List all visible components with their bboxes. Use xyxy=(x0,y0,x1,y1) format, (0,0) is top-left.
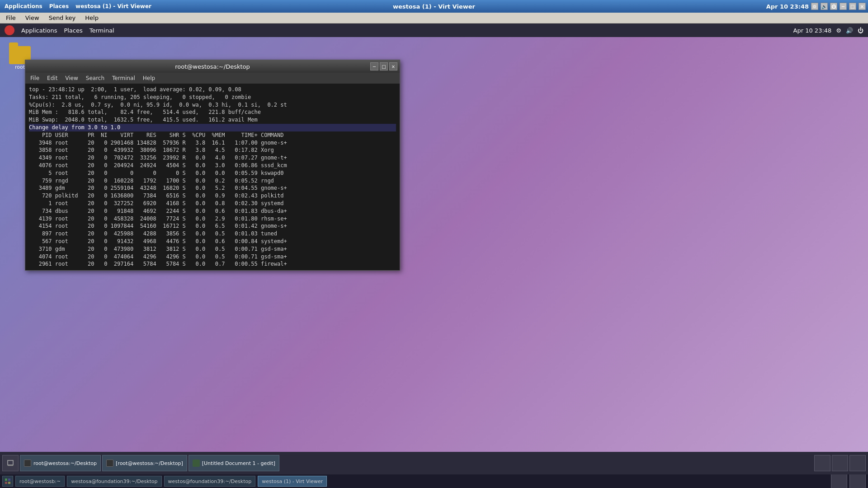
virt-viewer-title-bar: Applications Places westosa (1) - Virt V… xyxy=(0,0,868,13)
guest-empty-slot-1 xyxy=(814,455,830,471)
guest-terminal-menu[interactable]: Terminal xyxy=(90,27,114,34)
host-taskbar-item-4[interactable]: westosa (1) - Virt Viewer xyxy=(258,476,327,487)
gnome-icon xyxy=(5,25,14,35)
menu-file[interactable]: File xyxy=(2,14,19,22)
guest-places-menu[interactable]: Places xyxy=(64,27,82,34)
guest-taskbar-item-2[interactable]: [root@westosa:~/Desktop] xyxy=(102,455,187,471)
guest-taskbar-label-1: root@westosa:~/Desktop xyxy=(33,460,97,466)
terminal-window: root@westosa:~/Desktop − □ × File Edit V… xyxy=(25,60,400,271)
desktop-icon xyxy=(7,460,14,466)
guest-top-bar-right: Apr 10 23:48 ⚙ 🔊 ⏻ xyxy=(793,27,863,34)
term-menu-edit[interactable]: Edit xyxy=(44,74,60,82)
volume-icon[interactable]: 🔊 xyxy=(821,3,828,10)
term-menu-help[interactable]: Help xyxy=(140,74,158,82)
svg-rect-4 xyxy=(5,482,7,484)
term-row-4074: 4074 root 20 0 474064 4296 4296 S 0.0 0.… xyxy=(29,253,396,261)
guest-taskbar-item-3[interactable]: [Untitled Document 1 - gedit] xyxy=(189,455,279,471)
guest-empty-slot-3 xyxy=(849,455,866,471)
close-button[interactable]: × xyxy=(859,3,866,10)
terminal-controls: − □ × xyxy=(370,62,397,70)
term-row-734: 734 dbus 20 0 91848 4692 2244 S 0.0 0.6 … xyxy=(29,207,396,215)
title-bar-left: Applications Places westosa (1) - Virt V… xyxy=(5,3,151,9)
host-taskbar-label-4: westosa (1) - Virt Viewer xyxy=(262,479,323,484)
maximize-button[interactable]: □ xyxy=(849,3,856,10)
term-line-delay: Change delay from 3.0 to 1.0 xyxy=(29,124,396,131)
guest-top-bar-left: Applications Places Terminal xyxy=(5,25,114,35)
host-start-button[interactable] xyxy=(2,476,13,487)
guest-desktop: root root@westosa:~/Desktop − □ × File E… xyxy=(0,37,868,452)
host-taskbar-label-2: westosa@foundation39:~/Desktop xyxy=(71,479,157,484)
start-icon xyxy=(5,478,11,484)
vm-content-area: Applications Places Terminal Apr 10 23:4… xyxy=(0,23,868,474)
term-row-4076: 4076 root 20 0 204924 24924 4504 S 0.0 3… xyxy=(29,162,396,169)
term-row-4139: 4139 root 20 0 458328 24008 7724 S 0.0 2… xyxy=(29,215,396,223)
guest-volume-icon[interactable]: 🔊 xyxy=(846,27,853,34)
term-menu-terminal[interactable]: Terminal xyxy=(109,74,138,82)
virt-viewer-window: Applications Places westosa (1) - Virt V… xyxy=(0,0,868,488)
guest-taskbar-label-2: [root@westosa:~/Desktop] xyxy=(116,460,183,466)
term-menu-view[interactable]: View xyxy=(62,74,80,82)
guest-empty-slot-2 xyxy=(832,455,848,471)
terminal-close-button[interactable]: × xyxy=(389,62,397,70)
settings-icon[interactable]: ⚙ xyxy=(811,3,818,10)
host-taskbar-item-1[interactable]: root@westosb:~ xyxy=(15,476,65,487)
term-row-5: 5 root 20 0 0 0 0 S 0.0 0.0 0:05.59 kswa… xyxy=(29,169,396,177)
term-row-3489: 3489 gdm 20 0 2559104 43248 16820 S 0.0 … xyxy=(29,184,396,192)
gedit-icon xyxy=(193,460,200,467)
virt-viewer-title: westosa (1) - Virt Viewer xyxy=(393,3,475,10)
term-row-759: 759 rngd 20 0 160228 1792 1700 S 0.0 0.2… xyxy=(29,177,396,185)
term-menu-file[interactable]: File xyxy=(28,74,42,82)
vm-name-label: westosa (1) - Virt Viewer xyxy=(75,3,151,9)
terminal-title-bar: root@westosa:~/Desktop − □ × xyxy=(25,60,400,73)
guest-taskbar-item-1[interactable]: root@westosa:~/Desktop xyxy=(20,455,101,471)
host-bottom-bar: root@westosb:~ westosa@foundation39:~/De… xyxy=(0,474,868,488)
virt-viewer-menu-bar: File View Send key Help xyxy=(0,13,868,23)
terminal-content[interactable]: top - 23:48:12 up 2:00, 1 user, load ave… xyxy=(25,84,400,270)
term-row-3710: 3710 gdm 20 0 473980 3812 3812 S 0.0 0.5… xyxy=(29,245,396,253)
menu-help[interactable]: Help xyxy=(81,14,102,22)
term-line-5: MiB Swap: 2048.0 total, 1632.5 free, 415… xyxy=(29,116,396,124)
guest-show-desktop-button[interactable] xyxy=(2,455,19,471)
guest-datetime: Apr 10 23:48 xyxy=(793,27,832,34)
title-bar-time: Apr 10 23:48 xyxy=(766,3,809,10)
applications-menu[interactable]: Applications xyxy=(5,3,42,9)
terminal-title: root@westosa:~/Desktop xyxy=(175,63,250,70)
terminal-icon-2 xyxy=(106,460,113,467)
term-row-3948: 3948 root 20 0 2901468 134828 57936 R 3.… xyxy=(29,139,396,147)
host-empty-slot-1 xyxy=(831,473,847,488)
term-menu-search[interactable]: Search xyxy=(83,74,107,82)
guest-applications-menu[interactable]: Applications xyxy=(21,27,57,34)
term-row-1: 1 root 20 0 327252 6920 4168 S 0.0 0.8 0… xyxy=(29,200,396,207)
term-line-1: top - 23:48:12 up 2:00, 1 user, load ave… xyxy=(29,86,396,94)
host-empty-slot-2 xyxy=(849,473,866,488)
menu-send-key[interactable]: Send key xyxy=(45,14,80,22)
host-taskbar-label-3: westos@foundation39:~/Desktop xyxy=(168,479,252,484)
minimize-button[interactable]: − xyxy=(840,3,847,10)
guest-top-bar: Applications Places Terminal Apr 10 23:4… xyxy=(0,23,868,37)
menu-view[interactable]: View xyxy=(22,14,43,22)
terminal-menu-bar: File Edit View Search Terminal Help xyxy=(25,73,400,84)
term-line-2: Tasks: 211 total, 6 running, 205 sleepin… xyxy=(29,94,396,101)
power-icon[interactable]: ⏻ xyxy=(830,3,837,10)
guest-settings-icon[interactable]: ⚙ xyxy=(836,27,841,34)
term-line-header: PID USER PR NI VIRT RES SHR S %CPU %MEM … xyxy=(29,131,396,139)
terminal-maximize-button[interactable]: □ xyxy=(380,62,388,70)
svg-rect-2 xyxy=(5,479,7,481)
svg-rect-0 xyxy=(8,460,13,465)
host-taskbar-label-1: root@westosb:~ xyxy=(19,479,61,484)
places-menu[interactable]: Places xyxy=(49,3,69,9)
term-line-3: %Cpu(s): 2.8 us, 0.7 sy, 0.0 ni, 95.9 id… xyxy=(29,101,396,109)
term-row-4349: 4349 root 20 0 702472 33256 23992 R 0.0 … xyxy=(29,154,396,162)
term-row-897: 897 root 20 0 425988 4288 3856 S 0.0 0.5… xyxy=(29,230,396,238)
terminal-icon-1 xyxy=(24,460,31,467)
host-taskbar-item-3[interactable]: westos@foundation39:~/Desktop xyxy=(164,476,256,487)
host-taskbar-item-2[interactable]: westosa@foundation39:~/Desktop xyxy=(67,476,161,487)
term-row-567: 567 root 20 0 91432 4968 4476 S 0.0 0.6 … xyxy=(29,238,396,245)
folder-label: root xyxy=(15,64,25,70)
terminal-minimize-button[interactable]: − xyxy=(370,62,378,70)
term-row-4154: 4154 root 20 0 1097844 54160 16712 S 0.0… xyxy=(29,222,396,230)
term-row-3858: 3858 root 20 0 439932 38096 18672 R 3.8 … xyxy=(29,146,396,154)
guest-power-icon[interactable]: ⏻ xyxy=(858,27,863,34)
guest-taskbar: root@westosa:~/Desktop [root@westosa:~/D… xyxy=(0,452,868,474)
svg-rect-5 xyxy=(8,482,10,484)
